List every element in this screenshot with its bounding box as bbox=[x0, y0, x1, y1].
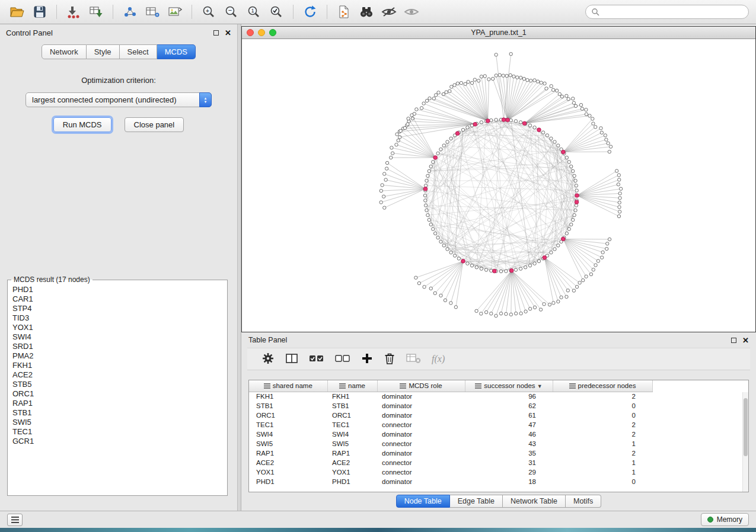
table-row[interactable]: ACE2ACE2connector311 bbox=[249, 458, 652, 467]
table-row[interactable]: FKH1FKH1dominator962 bbox=[249, 392, 652, 401]
clone-network-button[interactable] bbox=[334, 3, 354, 21]
table-row[interactable]: RAP1RAP1dominator352 bbox=[249, 448, 652, 458]
zoom-selected-button[interactable] bbox=[266, 3, 286, 21]
run-mcds-button[interactable]: Run MCDS bbox=[53, 117, 111, 132]
float-panel-icon[interactable] bbox=[213, 30, 219, 36]
delete-column-button[interactable] bbox=[384, 352, 395, 367]
mcds-result-item[interactable]: RAP1 bbox=[9, 399, 226, 408]
import-network-button[interactable] bbox=[63, 3, 84, 21]
table-settings-button[interactable] bbox=[261, 352, 275, 367]
table-cell[interactable]: 0 bbox=[553, 477, 652, 486]
tab-motifs[interactable]: Motifs bbox=[566, 495, 601, 508]
mcds-result-item[interactable]: GCR1 bbox=[9, 437, 226, 446]
table-row[interactable]: ORC1ORC1dominator610 bbox=[249, 411, 652, 420]
mcds-result-item[interactable]: ACE2 bbox=[9, 370, 226, 380]
criterion-select[interactable]: largest connected component (undirected)… bbox=[25, 92, 212, 107]
tab-style[interactable]: Style bbox=[87, 44, 120, 59]
table-cell[interactable]: 1 bbox=[553, 467, 652, 477]
function-builder-button[interactable]: f(x) bbox=[432, 354, 445, 364]
table-cell[interactable]: 31 bbox=[465, 458, 553, 467]
import-table-button[interactable] bbox=[86, 3, 106, 21]
table-cell[interactable]: TEC1 bbox=[249, 420, 327, 430]
table-cell[interactable]: 18 bbox=[465, 477, 553, 486]
network-graph[interactable] bbox=[242, 39, 755, 331]
network-window-titlebar[interactable]: YPA_prune.txt_1 bbox=[242, 27, 755, 39]
table-row[interactable]: TEC1TEC1connector472 bbox=[249, 420, 652, 430]
refresh-button[interactable] bbox=[300, 3, 320, 21]
table-cell[interactable]: RAP1 bbox=[249, 448, 327, 458]
sort-dropdown-icon[interactable]: ▼ bbox=[537, 383, 543, 389]
add-column-button[interactable] bbox=[361, 352, 373, 366]
table-cell[interactable]: 0 bbox=[553, 411, 652, 420]
table-cell[interactable]: FKH1 bbox=[249, 392, 327, 401]
table-cell[interactable]: STB1 bbox=[249, 401, 327, 411]
table-cell[interactable]: 43 bbox=[465, 439, 553, 448]
table-cell[interactable]: PHD1 bbox=[327, 477, 377, 486]
table-cell[interactable]: PHD1 bbox=[249, 477, 327, 486]
zoom-out-button[interactable]: − bbox=[221, 3, 241, 21]
close-table-panel-icon[interactable]: ✕ bbox=[742, 336, 749, 344]
mcds-result-item[interactable]: PMA2 bbox=[9, 351, 226, 361]
table-cell[interactable]: 2 bbox=[553, 392, 652, 401]
table-cell[interactable]: ORC1 bbox=[249, 411, 327, 420]
scrollbar-thumb[interactable] bbox=[744, 398, 748, 456]
float-table-panel-icon[interactable] bbox=[731, 338, 736, 343]
hide-selected-button[interactable] bbox=[379, 3, 399, 21]
table-row[interactable]: SWI4SWI4dominator462 bbox=[249, 430, 652, 439]
mcds-result-item[interactable]: TID3 bbox=[9, 313, 226, 323]
mcds-result-item[interactable]: STP4 bbox=[9, 304, 226, 313]
table-cell[interactable]: YOX1 bbox=[327, 467, 377, 477]
table-cell[interactable]: dominator bbox=[377, 411, 465, 420]
mcds-result-item[interactable]: ORC1 bbox=[9, 389, 226, 399]
table-cell[interactable]: connector bbox=[377, 458, 465, 467]
table-cell[interactable]: dominator bbox=[377, 401, 465, 411]
table-cell[interactable]: 96 bbox=[465, 392, 553, 401]
table-cell[interactable]: TEC1 bbox=[327, 420, 377, 430]
tab-network-table[interactable]: Network Table bbox=[503, 495, 566, 508]
table-cell[interactable]: STB1 bbox=[327, 401, 377, 411]
table-cell[interactable]: SWI4 bbox=[249, 430, 327, 439]
tab-node-table[interactable]: Node Table bbox=[396, 495, 450, 508]
table-cell[interactable]: 46 bbox=[465, 430, 553, 439]
search-input[interactable] bbox=[603, 8, 743, 16]
mcds-result-item[interactable]: TEC1 bbox=[9, 427, 226, 437]
close-panel-button[interactable]: Close panel bbox=[125, 117, 184, 132]
mcds-result-item[interactable]: SWI4 bbox=[9, 332, 226, 342]
table-cell[interactable]: 1 bbox=[553, 439, 652, 448]
table-cell[interactable]: 29 bbox=[465, 467, 553, 477]
tab-network[interactable]: Network bbox=[42, 44, 87, 59]
search-box[interactable] bbox=[585, 5, 749, 19]
mcds-result-item[interactable]: CAR1 bbox=[9, 294, 226, 304]
select-all-button[interactable] bbox=[309, 353, 324, 366]
unselect-all-button[interactable] bbox=[335, 353, 350, 366]
table-cell[interactable]: connector bbox=[377, 467, 465, 477]
table-cell[interactable]: 1 bbox=[553, 458, 652, 467]
export-table-button[interactable] bbox=[142, 3, 162, 21]
table-cell[interactable]: connector bbox=[377, 439, 465, 448]
table-cell[interactable]: 62 bbox=[465, 401, 553, 411]
table-cell[interactable]: 2 bbox=[553, 448, 652, 458]
table-cell[interactable]: ORC1 bbox=[327, 411, 377, 420]
table-cell[interactable]: connector bbox=[377, 420, 465, 430]
delete-table-button[interactable] bbox=[406, 353, 421, 366]
export-image-button[interactable] bbox=[165, 3, 185, 21]
zoom-actual-button[interactable]: 1 bbox=[244, 3, 264, 21]
search-network-button[interactable] bbox=[356, 3, 377, 21]
mcds-result-item[interactable]: YOX1 bbox=[9, 323, 226, 332]
mcds-result-item[interactable]: STB1 bbox=[9, 408, 226, 418]
table-cell[interactable]: dominator bbox=[377, 448, 465, 458]
table-cell[interactable]: YOX1 bbox=[249, 467, 327, 477]
table-cell[interactable]: dominator bbox=[377, 477, 465, 486]
show-columns-button[interactable] bbox=[285, 352, 298, 366]
mcds-result-item[interactable]: FKH1 bbox=[9, 361, 226, 370]
export-network-button[interactable] bbox=[120, 3, 140, 21]
table-cell[interactable]: FKH1 bbox=[327, 392, 377, 401]
mcds-result-item[interactable]: STB5 bbox=[9, 380, 226, 389]
mcds-result-item[interactable]: PHD1 bbox=[9, 285, 226, 294]
table-cell[interactable]: 2 bbox=[553, 430, 652, 439]
table-cell[interactable]: SWI4 bbox=[327, 430, 377, 439]
close-panel-icon[interactable]: ✕ bbox=[225, 29, 231, 37]
mcds-result-item[interactable]: SWI5 bbox=[9, 418, 226, 427]
table-cell[interactable]: dominator bbox=[377, 430, 465, 439]
show-all-button[interactable] bbox=[401, 3, 422, 21]
